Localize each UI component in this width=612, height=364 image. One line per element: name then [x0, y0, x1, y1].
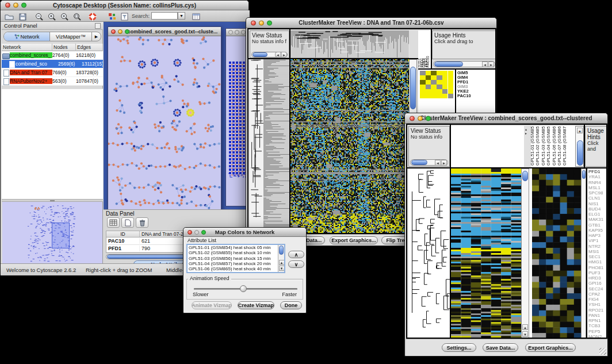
tv2-heat-vscrollbar[interactable]: ▴ ▾	[521, 168, 529, 339]
scroll-down-icon[interactable]: ▾	[279, 266, 285, 271]
gene-label[interactable]: HMG1	[588, 259, 607, 265]
gene-label[interactable]: PAN1	[588, 313, 607, 318]
network-canvas[interactable]	[108, 36, 221, 209]
gene-label[interactable]: ELG1	[588, 212, 607, 217]
close-button[interactable]	[188, 230, 192, 235]
move-up-button[interactable]: ∧	[288, 251, 304, 258]
vscroll-thumb[interactable]	[522, 171, 528, 181]
gene-label[interactable]: YSH1	[588, 302, 607, 307]
zoom-button[interactable]	[201, 230, 206, 235]
tv2-status-hscrollbar[interactable]: ◂ ▸	[410, 159, 448, 166]
scroll-up-icon[interactable]: ▴	[577, 128, 583, 133]
gene-label[interactable]: PAC10	[457, 94, 496, 98]
zoom-in-button[interactable]	[46, 12, 58, 22]
column-header-nodes[interactable]: Nodes	[52, 44, 76, 51]
gene-label[interactable]: HAP3	[588, 233, 607, 238]
vscroll-thumb[interactable]	[410, 67, 416, 109]
gene-label[interactable]: PEP5	[588, 329, 607, 334]
list-item[interactable]: GPL51-02 (GSM855) heat shock 10 min	[188, 250, 278, 255]
gene-label[interactable]: YRA1	[588, 174, 607, 179]
minimize-button[interactable]	[13, 3, 18, 8]
move-down-button[interactable]: ∨	[288, 260, 304, 268]
vscroll-thumb[interactable]	[279, 246, 284, 255]
column-header-id[interactable]: ID	[106, 231, 140, 237]
gene-label[interactable]: TCB3	[588, 323, 607, 328]
open-file-button[interactable]	[3, 12, 15, 22]
float-panel-icon[interactable]	[95, 23, 101, 29]
gene-label[interactable]: KAP95	[588, 228, 607, 233]
attribute-browser-button[interactable]	[190, 12, 202, 22]
tv2-labels-vscrollbar[interactable]: ▴	[575, 126, 584, 167]
attribute-list-vscrollbar[interactable]: ▴ ▾	[278, 245, 284, 272]
scroll-up-icon[interactable]: ▴	[522, 324, 528, 330]
tv1-heatmap[interactable]	[290, 59, 409, 234]
scroll-down-icon[interactable]: ▾	[522, 331, 528, 337]
gene-label[interactable]: RPN1	[588, 318, 607, 323]
column-header-network[interactable]: Network	[2, 44, 52, 51]
list-item[interactable]: GPL51-06 (GSM865) heat shock 40 min	[188, 266, 278, 271]
search-input[interactable]	[151, 12, 178, 20]
hscroll-thumb[interactable]	[411, 160, 427, 165]
gene-label[interactable]: GTB1	[588, 223, 607, 228]
vizmapper-button[interactable]	[106, 12, 118, 22]
scroll-left-icon[interactable]: ◂	[482, 62, 488, 67]
zoom-button[interactable]	[125, 29, 129, 34]
close-button[interactable]	[228, 30, 233, 35]
tab-vizmapper[interactable]: VizMapper™	[50, 32, 91, 41]
gene-label[interactable]: RPO21	[588, 308, 607, 313]
zoom-button[interactable]	[426, 116, 431, 121]
zoom-button[interactable]	[21, 3, 26, 8]
tv2-row-dendrogram[interactable]	[408, 168, 450, 339]
tv1-zoom-matrix[interactable]	[420, 71, 453, 98]
zoom-button[interactable]	[267, 20, 272, 25]
scroll-marker-icon[interactable]: ▴▸	[525, 127, 527, 135]
main-titlebar[interactable]: Cytoscape Desktop (Session Name: collins…	[1, 1, 248, 10]
tv2-column-dendrogram-area[interactable]	[451, 126, 524, 167]
network-row[interactable]: combined_scores_2764(0)16218(0)	[2, 51, 103, 60]
help-button[interactable]	[86, 12, 98, 22]
close-button[interactable]	[5, 3, 10, 8]
gene-label[interactable]: MAK31	[588, 217, 607, 222]
save-button[interactable]	[17, 12, 29, 22]
tv1-usage-hscrollbar[interactable]: ◂ ▸	[433, 61, 495, 67]
list-item[interactable]: GPL51-07 (GSM868) heat shock 60 min	[188, 271, 278, 273]
gene-label[interactable]: NTR2	[588, 244, 607, 249]
tv1-column-dendrogram[interactable]	[290, 30, 409, 58]
scroll-right-icon[interactable]: ▸	[488, 62, 494, 67]
gene-label[interactable]: HRD3	[588, 275, 607, 281]
tv1-titlebar[interactable]: ClusterMaker TreeView : DNA and Tran 07-…	[246, 18, 496, 28]
tv1-status-hscrollbar[interactable]: ◂ ▸	[251, 52, 288, 58]
scroll-left-icon[interactable]: ◂	[275, 52, 281, 58]
gene-label[interactable]: CLN1	[588, 196, 607, 201]
gene-label[interactable]: MSL1	[588, 185, 607, 190]
gene-label[interactable]: BUD4	[588, 206, 607, 212]
zoom-selected-button[interactable]	[59, 12, 71, 22]
gene-label[interactable]: RNR4	[588, 180, 607, 185]
settings-button[interactable]: Settings...	[442, 343, 476, 352]
network-tree-area[interactable]	[2, 89, 103, 199]
done-button[interactable]: Done	[280, 301, 302, 309]
gene-label[interactable]: GPI16	[588, 281, 607, 286]
tv2-zoom-heatmap[interactable]	[532, 168, 581, 339]
zoom-out-button[interactable]	[33, 12, 45, 22]
zoom-fit-button[interactable]	[71, 12, 83, 22]
network-view-titlebar[interactable]: combined_scores_good.txt--cluste...	[108, 27, 221, 36]
filter-button[interactable]	[118, 12, 131, 22]
select-attributes-button[interactable]	[107, 217, 120, 228]
gene-label[interactable]: PUF3	[588, 270, 607, 275]
minimize-button[interactable]	[235, 30, 239, 35]
gene-label[interactable]: MSI1	[588, 249, 607, 254]
minimize-button[interactable]	[418, 116, 423, 121]
hscroll-thumb[interactable]	[434, 62, 463, 67]
close-button[interactable]	[111, 29, 116, 34]
dialog-titlebar[interactable]: Map Colors to Network	[183, 228, 306, 237]
save-data-button[interactable]: Save Data...	[483, 343, 518, 352]
search-dropdown-button[interactable]: ▼	[178, 12, 185, 20]
new-attribute-button[interactable]	[121, 217, 134, 228]
vscroll-thumb[interactable]	[577, 140, 583, 166]
close-button[interactable]	[410, 116, 415, 121]
scroll-up-icon[interactable]: ▴	[279, 260, 285, 265]
minimize-button[interactable]	[194, 230, 199, 235]
network-row[interactable]: RNAPuberNov2+563(0)107847(0)	[2, 77, 103, 86]
minimize-button[interactable]	[118, 29, 123, 34]
